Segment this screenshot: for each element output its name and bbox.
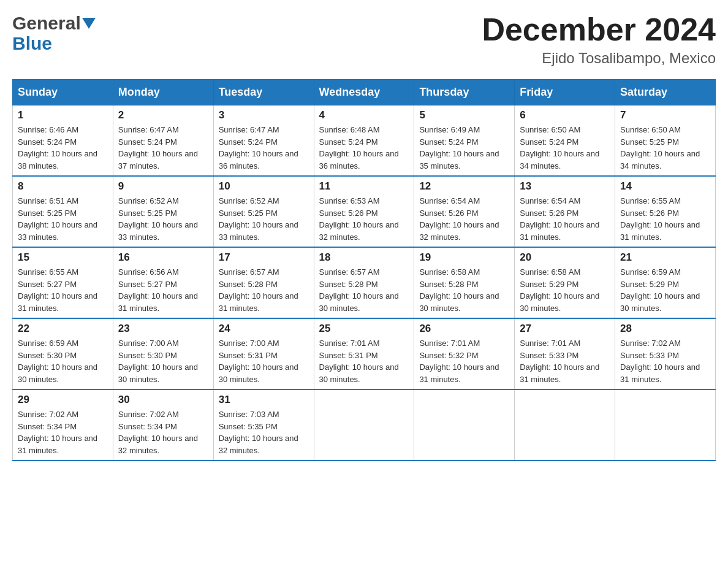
day-info: Sunrise: 7:00 AM Sunset: 5:30 PM Dayligh… <box>118 337 208 385</box>
day-cell: 1 Sunrise: 6:46 AM Sunset: 5:24 PM Dayli… <box>13 105 113 177</box>
day-info: Sunrise: 6:47 AM Sunset: 5:24 PM Dayligh… <box>118 124 208 172</box>
day-cell: 3 Sunrise: 6:47 AM Sunset: 5:24 PM Dayli… <box>213 105 314 177</box>
day-cell: 14 Sunrise: 6:55 AM Sunset: 5:26 PM Dayl… <box>615 176 716 247</box>
day-cell <box>314 389 414 461</box>
day-number: 1 <box>18 109 108 121</box>
day-cell: 20 Sunrise: 6:58 AM Sunset: 5:29 PM Dayl… <box>515 247 615 318</box>
col-thursday: Thursday <box>414 80 515 105</box>
day-cell: 4 Sunrise: 6:48 AM Sunset: 5:24 PM Dayli… <box>314 105 414 177</box>
logo: General Blue <box>12 12 96 53</box>
col-sunday: Sunday <box>13 80 113 105</box>
day-info: Sunrise: 6:57 AM Sunset: 5:28 PM Dayligh… <box>219 266 309 314</box>
day-info: Sunrise: 7:02 AM Sunset: 5:34 PM Dayligh… <box>118 408 208 456</box>
day-cell: 29 Sunrise: 7:02 AM Sunset: 5:34 PM Dayl… <box>13 389 113 461</box>
day-cell: 27 Sunrise: 7:01 AM Sunset: 5:33 PM Dayl… <box>515 318 615 389</box>
day-number: 11 <box>319 180 409 193</box>
day-number: 25 <box>319 323 409 335</box>
day-info: Sunrise: 6:58 AM Sunset: 5:28 PM Dayligh… <box>419 266 509 314</box>
day-info: Sunrise: 6:58 AM Sunset: 5:29 PM Dayligh… <box>520 266 610 314</box>
day-cell: 6 Sunrise: 6:50 AM Sunset: 5:24 PM Dayli… <box>515 105 615 177</box>
week-row-1: 1 Sunrise: 6:46 AM Sunset: 5:24 PM Dayli… <box>13 105 716 177</box>
day-cell: 21 Sunrise: 6:59 AM Sunset: 5:29 PM Dayl… <box>615 247 716 318</box>
day-cell: 24 Sunrise: 7:00 AM Sunset: 5:31 PM Dayl… <box>213 318 314 389</box>
day-info: Sunrise: 6:57 AM Sunset: 5:28 PM Dayligh… <box>319 266 409 314</box>
day-number: 3 <box>219 109 309 121</box>
day-number: 4 <box>319 109 409 121</box>
day-info: Sunrise: 7:03 AM Sunset: 5:35 PM Dayligh… <box>219 408 309 456</box>
day-info: Sunrise: 6:59 AM Sunset: 5:29 PM Dayligh… <box>620 266 710 314</box>
day-cell: 28 Sunrise: 7:02 AM Sunset: 5:33 PM Dayl… <box>615 318 716 389</box>
col-tuesday: Tuesday <box>213 80 314 105</box>
day-number: 8 <box>18 180 108 193</box>
week-row-3: 15 Sunrise: 6:55 AM Sunset: 5:27 PM Dayl… <box>13 247 716 318</box>
day-cell: 10 Sunrise: 6:52 AM Sunset: 5:25 PM Dayl… <box>213 176 314 247</box>
day-cell: 23 Sunrise: 7:00 AM Sunset: 5:30 PM Dayl… <box>113 318 213 389</box>
calendar-subtitle: Ejido Tosalibampo, Mexico <box>482 50 716 67</box>
day-cell: 2 Sunrise: 6:47 AM Sunset: 5:24 PM Dayli… <box>113 105 213 177</box>
day-number: 23 <box>118 323 208 335</box>
day-cell: 30 Sunrise: 7:02 AM Sunset: 5:34 PM Dayl… <box>113 389 213 461</box>
day-cell <box>615 389 716 461</box>
page-header: General Blue December 2024 Ejido Tosalib… <box>12 12 716 67</box>
day-number: 19 <box>419 251 509 264</box>
day-info: Sunrise: 6:46 AM Sunset: 5:24 PM Dayligh… <box>18 124 108 172</box>
day-cell <box>515 389 615 461</box>
day-info: Sunrise: 6:54 AM Sunset: 5:26 PM Dayligh… <box>419 195 509 243</box>
day-number: 17 <box>219 251 309 264</box>
day-info: Sunrise: 6:50 AM Sunset: 5:25 PM Dayligh… <box>620 124 710 172</box>
day-info: Sunrise: 6:51 AM Sunset: 5:25 PM Dayligh… <box>18 195 108 243</box>
day-number: 20 <box>520 251 610 264</box>
day-cell: 17 Sunrise: 6:57 AM Sunset: 5:28 PM Dayl… <box>213 247 314 318</box>
day-info: Sunrise: 7:01 AM Sunset: 5:32 PM Dayligh… <box>419 337 509 385</box>
day-number: 9 <box>118 180 208 193</box>
day-number: 21 <box>620 251 710 264</box>
col-monday: Monday <box>113 80 213 105</box>
day-cell: 12 Sunrise: 6:54 AM Sunset: 5:26 PM Dayl… <box>414 176 515 247</box>
day-info: Sunrise: 6:50 AM Sunset: 5:24 PM Dayligh… <box>520 124 610 172</box>
day-number: 24 <box>219 323 309 335</box>
day-number: 12 <box>419 180 509 193</box>
day-cell: 25 Sunrise: 7:01 AM Sunset: 5:31 PM Dayl… <box>314 318 414 389</box>
title-section: December 2024 Ejido Tosalibampo, Mexico <box>482 12 716 67</box>
day-number: 7 <box>620 109 710 121</box>
day-number: 26 <box>419 323 509 335</box>
day-info: Sunrise: 7:01 AM Sunset: 5:31 PM Dayligh… <box>319 337 409 385</box>
day-cell: 22 Sunrise: 6:59 AM Sunset: 5:30 PM Dayl… <box>13 318 113 389</box>
week-row-4: 22 Sunrise: 6:59 AM Sunset: 5:30 PM Dayl… <box>13 318 716 389</box>
logo-general: General <box>12 12 81 34</box>
day-info: Sunrise: 6:54 AM Sunset: 5:26 PM Dayligh… <box>520 195 610 243</box>
day-number: 5 <box>419 109 509 121</box>
day-cell: 11 Sunrise: 6:53 AM Sunset: 5:26 PM Dayl… <box>314 176 414 247</box>
day-cell: 8 Sunrise: 6:51 AM Sunset: 5:25 PM Dayli… <box>13 176 113 247</box>
day-info: Sunrise: 7:02 AM Sunset: 5:34 PM Dayligh… <box>18 408 108 456</box>
day-cell <box>414 389 515 461</box>
day-number: 13 <box>520 180 610 193</box>
day-number: 30 <box>118 394 208 406</box>
col-wednesday: Wednesday <box>314 80 414 105</box>
day-cell: 7 Sunrise: 6:50 AM Sunset: 5:25 PM Dayli… <box>615 105 716 177</box>
calendar-title: December 2024 <box>482 12 716 47</box>
logo-blue: Blue <box>12 34 52 53</box>
day-info: Sunrise: 6:55 AM Sunset: 5:26 PM Dayligh… <box>620 195 710 243</box>
calendar-table: Sunday Monday Tuesday Wednesday Thursday… <box>12 79 716 461</box>
day-info: Sunrise: 6:49 AM Sunset: 5:24 PM Dayligh… <box>419 124 509 172</box>
day-number: 6 <box>520 109 610 121</box>
logo-arrow-icon <box>82 18 96 29</box>
day-info: Sunrise: 6:52 AM Sunset: 5:25 PM Dayligh… <box>219 195 309 243</box>
day-number: 31 <box>219 394 309 406</box>
day-number: 14 <box>620 180 710 193</box>
col-saturday: Saturday <box>615 80 716 105</box>
day-number: 22 <box>18 323 108 335</box>
day-cell: 15 Sunrise: 6:55 AM Sunset: 5:27 PM Dayl… <box>13 247 113 318</box>
day-number: 16 <box>118 251 208 264</box>
day-info: Sunrise: 6:48 AM Sunset: 5:24 PM Dayligh… <box>319 124 409 172</box>
day-cell: 9 Sunrise: 6:52 AM Sunset: 5:25 PM Dayli… <box>113 176 213 247</box>
day-info: Sunrise: 6:59 AM Sunset: 5:30 PM Dayligh… <box>18 337 108 385</box>
day-cell: 16 Sunrise: 6:56 AM Sunset: 5:27 PM Dayl… <box>113 247 213 318</box>
calendar-header-row: Sunday Monday Tuesday Wednesday Thursday… <box>13 80 716 105</box>
day-number: 27 <box>520 323 610 335</box>
day-number: 15 <box>18 251 108 264</box>
col-friday: Friday <box>515 80 615 105</box>
day-info: Sunrise: 6:55 AM Sunset: 5:27 PM Dayligh… <box>18 266 108 314</box>
day-info: Sunrise: 6:56 AM Sunset: 5:27 PM Dayligh… <box>118 266 208 314</box>
